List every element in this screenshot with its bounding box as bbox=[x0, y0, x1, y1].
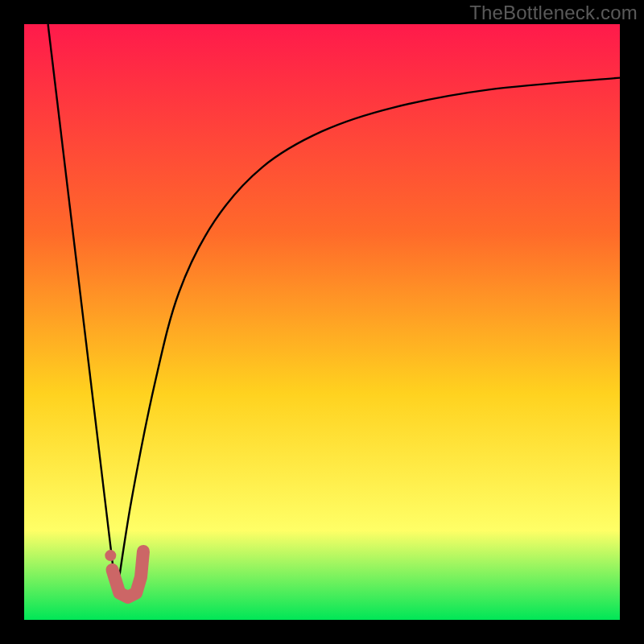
chart-frame: TheBottleneck.com bbox=[0, 0, 644, 644]
plot-area bbox=[24, 24, 620, 620]
chart-svg bbox=[24, 24, 620, 620]
j-marker-dot bbox=[105, 550, 116, 561]
gradient-background bbox=[24, 24, 620, 620]
watermark-text: TheBottleneck.com bbox=[469, 2, 638, 24]
